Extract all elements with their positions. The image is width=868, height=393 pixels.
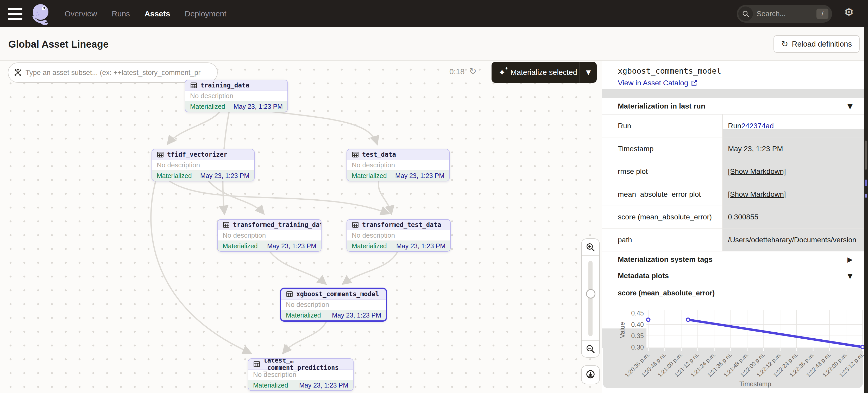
asset-subset-input[interactable] [8,62,218,83]
status-badge: Materialized [253,382,288,389]
table-icon [157,151,164,158]
table-row-mae-plot: mean_absolute_error plot [Show Markdown] [602,183,864,206]
table-icon [352,221,359,229]
lineage-edge [343,251,398,284]
y-axis-title: Value [619,322,626,338]
external-link-icon [691,79,698,87]
chevron-down-icon[interactable]: ▼ [847,272,852,280]
chevron-down-icon[interactable]: ▼ [847,102,852,110]
table-icon [223,221,230,229]
section-metadata-plots[interactable]: Metadata plots ▼ [602,268,864,284]
asset-node-latest_comment_predictions[interactable]: latest_…_comment_predictions No descript… [248,358,353,391]
dagster-logo-icon[interactable] [29,2,53,26]
materialize-selected-button[interactable]: ✦✦ Materialize selected ▼ [492,62,597,83]
table-row-rmse-plot: rmse plot [Show Markdown] [602,160,864,183]
status-badge: Materialized [190,103,225,110]
y-tick-label: 0.40 [631,321,644,328]
asset-details-panel: xgboost_comments_model View in Asset Cat… [602,61,864,393]
section-materialization-last-run[interactable]: Materialization in last run ▼ [602,98,864,114]
search-shortcut-badge: / [816,9,829,19]
y-tick-label: 0.30 [631,343,644,351]
table-icon [190,82,197,89]
scrollbar-mark [865,194,867,198]
refresh-icon[interactable]: ↻ [469,66,477,76]
score-line-chart: 0.450.400.350.301:20:36 p.m.1:20:48 p.m.… [602,299,864,393]
status-badge: Materialized [157,172,192,179]
zoom-in-button[interactable] [582,239,599,256]
scrollbar[interactable] [864,27,868,393]
table-row-run: Run Run 242374ad [602,114,864,137]
lineage-edge [272,112,377,144]
materialized-timestamp: May 23, 1:23 PM [396,242,445,250]
chevron-right-icon[interactable]: ▶ [847,256,852,263]
asset-node-transformed_training_data[interactable]: transformed_training_data No description… [217,219,321,252]
lineage-edge [151,181,250,353]
show-markdown-link[interactable]: [Show Markdown] [728,190,786,199]
table-icon [253,360,260,368]
lineage-edge [283,321,327,353]
zoom-controls [581,238,600,358]
nav-item-deployment[interactable]: Deployment [185,9,226,18]
table-row-path: path /Users/odetteharary/Documents/versi… [602,229,864,252]
status-badge: Materialized [223,242,258,250]
y-tick-label: 0.45 [631,309,644,317]
settings-gear-icon[interactable]: ⚙ [844,6,854,19]
nav-item-overview[interactable]: Overview [65,9,97,18]
search-icon [738,6,753,21]
nav-item-runs[interactable]: Runs [112,9,130,18]
zoom-slider-track[interactable] [588,261,593,336]
nav-item-assets[interactable]: Assets [145,9,170,18]
page-title: Global Asset Lineage [8,39,108,50]
sparkle-icon: ✦✦ [498,68,506,77]
status-badge: Materialized [352,242,387,250]
materialized-timestamp: May 23, 1:23 PM [200,172,249,179]
search-input[interactable] [756,10,801,18]
lineage-edge [378,181,391,214]
panel-divider-band [602,89,864,98]
path-link[interactable]: /Users/odetteharary/Documents/version [728,236,856,244]
plot-title: score (mean_absolute_error) [618,289,715,297]
materialized-timestamp: May 23, 1:23 PM [299,382,348,389]
materialized-timestamp: May 23, 1:23 PM [395,172,444,179]
asset-node-training_data[interactable]: training_data No description Materialize… [185,79,288,112]
table-row-score: score (mean_absolute_error) 0.300855 [602,206,864,229]
asset-node-test_data[interactable]: test_data No description MaterializedMay… [346,149,450,182]
view-in-asset-catalog-link[interactable]: View in Asset Catalog [618,79,698,87]
reload-definitions-button[interactable]: ↻ Reload definitions [774,35,860,53]
download-graph-button[interactable] [581,365,600,384]
status-badge: Materialized [352,172,387,179]
nav-items: Overview Runs Assets Deployment [65,9,226,18]
materialized-timestamp: May 23, 1:23 PM [332,312,381,319]
asset-node-transformed_test_data[interactable]: transformed_test_data No description Mat… [346,219,451,252]
status-badge: Materialized [286,312,321,319]
materialize-dropdown-caret[interactable]: ▼ [580,69,597,76]
table-icon [286,290,293,298]
data-point [686,318,690,321]
y-tick-label: 0.35 [631,332,644,339]
asset-node-xgboost_comments_model[interactable]: xgboost_comments_model No description Ma… [281,288,386,321]
zoom-out-button[interactable] [582,340,599,357]
show-markdown-link[interactable]: [Show Markdown] [728,167,786,176]
scrollbar-thumb[interactable] [865,140,867,170]
asset-title: xgboost_comments_model [618,66,721,75]
materialized-timestamp: May 23, 1:23 PM [267,242,316,250]
top-nav: Overview Runs Assets Deployment / ⚙ [0,0,868,27]
run-link[interactable]: 242374ad [741,122,774,130]
table-icon [352,151,359,158]
lineage-edge [270,251,326,284]
scrollbar-mark [865,179,867,186]
section-materialization-system-tags[interactable]: Materialization system tags ▶ [602,251,864,268]
global-search[interactable]: / [737,5,832,23]
asset-lineage-graph[interactable]: 0:18 ↻ ✦✦ Materialize selected ▼ trainin… [0,61,602,393]
reload-icon: ↻ [781,40,788,48]
zoom-slider-thumb[interactable] [586,289,595,298]
asset-node-tfidf_vectorizer[interactable]: tfidf_vectorizer No description Material… [152,149,255,182]
dagster-app: Overview Runs Assets Deployment / ⚙ Glob… [0,0,868,393]
x-axis-title: Timestamp [739,380,771,388]
data-point [647,318,650,321]
hamburger-menu-icon[interactable] [8,8,23,20]
page-header: Global Asset Lineage ↻ Reload definition… [0,27,868,61]
lineage-edge [169,181,389,214]
table-row-timestamp: Timestamp May 23, 1:23 PM [602,137,864,160]
materialized-timestamp: May 23, 1:23 PM [234,103,283,110]
